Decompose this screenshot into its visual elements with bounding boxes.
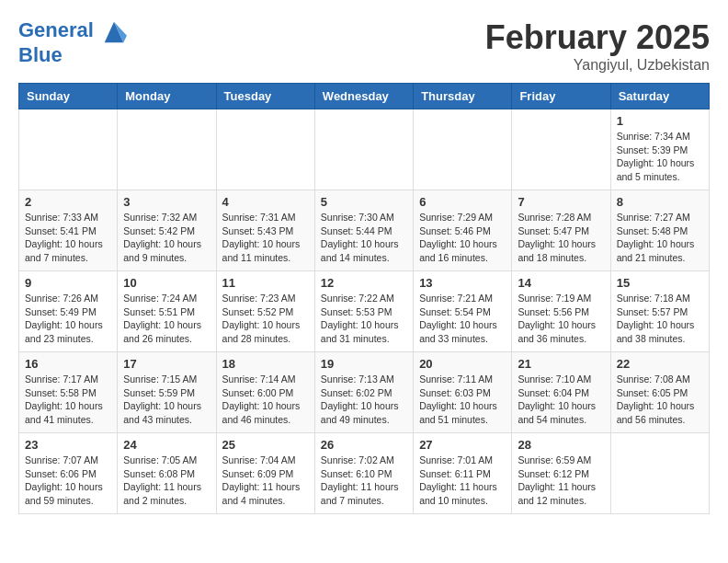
day-number: 14 [518, 276, 604, 290]
weekday-header-saturday: Saturday [610, 84, 709, 109]
weekday-header-monday: Monday [118, 84, 216, 109]
weekday-header-thursday: Thursday [414, 84, 512, 109]
day-info: Sunrise: 7:23 AM Sunset: 5:52 PM Dayligh… [222, 292, 309, 346]
day-info: Sunrise: 7:04 AM Sunset: 6:09 PM Dayligh… [222, 454, 309, 508]
calendar-cell: 15Sunrise: 7:18 AM Sunset: 5:57 PM Dayli… [610, 271, 709, 352]
day-info: Sunrise: 7:08 AM Sunset: 6:05 PM Dayligh… [617, 373, 703, 427]
day-info: Sunrise: 7:22 AM Sunset: 5:53 PM Dayligh… [321, 292, 407, 346]
calendar-cell: 22Sunrise: 7:08 AM Sunset: 6:05 PM Dayli… [610, 352, 709, 433]
weekday-header-wednesday: Wednesday [314, 84, 413, 109]
day-number: 5 [321, 195, 407, 209]
day-info: Sunrise: 7:10 AM Sunset: 6:04 PM Dayligh… [518, 373, 604, 427]
calendar-cell: 9Sunrise: 7:26 AM Sunset: 5:49 PM Daylig… [19, 271, 118, 352]
calendar-cell: 5Sunrise: 7:30 AM Sunset: 5:44 PM Daylig… [314, 190, 413, 271]
calendar-cell: 20Sunrise: 7:11 AM Sunset: 6:03 PM Dayli… [414, 352, 512, 433]
title-block: February 2025 Yangiyul, Uzbekistan [485, 18, 710, 74]
day-number: 19 [321, 357, 407, 371]
calendar-cell [19, 109, 118, 190]
calendar-cell: 25Sunrise: 7:04 AM Sunset: 6:09 PM Dayli… [216, 433, 314, 514]
day-number: 26 [321, 438, 407, 452]
logo: General Blue [18, 18, 127, 66]
calendar-cell [118, 109, 216, 190]
day-info: Sunrise: 7:11 AM Sunset: 6:03 PM Dayligh… [419, 373, 506, 427]
calendar-cell: 27Sunrise: 7:01 AM Sunset: 6:11 PM Dayli… [414, 433, 512, 514]
calendar-cell: 28Sunrise: 6:59 AM Sunset: 6:12 PM Dayli… [512, 433, 610, 514]
page-header: General Blue February 2025 Yangiyul, Uzb… [18, 18, 710, 74]
calendar-cell: 23Sunrise: 7:07 AM Sunset: 6:06 PM Dayli… [19, 433, 118, 514]
day-number: 10 [123, 276, 210, 290]
day-number: 25 [222, 438, 309, 452]
calendar-cell [216, 109, 314, 190]
weekday-header-friday: Friday [512, 84, 610, 109]
calendar-cell: 24Sunrise: 7:05 AM Sunset: 6:08 PM Dayli… [118, 433, 216, 514]
weekday-header-sunday: Sunday [19, 84, 118, 109]
calendar-cell: 21Sunrise: 7:10 AM Sunset: 6:04 PM Dayli… [512, 352, 610, 433]
day-number: 23 [25, 438, 111, 452]
day-number: 11 [222, 276, 309, 290]
calendar-table: SundayMondayTuesdayWednesdayThursdayFrid… [18, 83, 710, 514]
day-info: Sunrise: 7:02 AM Sunset: 6:10 PM Dayligh… [321, 454, 407, 508]
day-number: 12 [321, 276, 407, 290]
day-number: 6 [419, 195, 506, 209]
calendar-cell: 6Sunrise: 7:29 AM Sunset: 5:46 PM Daylig… [414, 190, 512, 271]
day-number: 4 [222, 195, 309, 209]
day-number: 18 [222, 357, 309, 371]
day-info: Sunrise: 7:34 AM Sunset: 5:39 PM Dayligh… [617, 130, 703, 184]
calendar-cell: 2Sunrise: 7:33 AM Sunset: 5:41 PM Daylig… [19, 190, 118, 271]
day-number: 21 [518, 357, 604, 371]
calendar-cell [314, 109, 413, 190]
day-number: 15 [617, 276, 703, 290]
day-info: Sunrise: 7:17 AM Sunset: 5:58 PM Dayligh… [25, 373, 111, 427]
day-number: 7 [518, 195, 604, 209]
calendar-cell: 14Sunrise: 7:19 AM Sunset: 5:56 PM Dayli… [512, 271, 610, 352]
day-info: Sunrise: 7:15 AM Sunset: 5:59 PM Dayligh… [123, 373, 210, 427]
day-info: Sunrise: 7:32 AM Sunset: 5:42 PM Dayligh… [123, 211, 210, 265]
calendar-cell [414, 109, 512, 190]
day-info: Sunrise: 7:31 AM Sunset: 5:43 PM Dayligh… [222, 211, 309, 265]
day-info: Sunrise: 7:24 AM Sunset: 5:51 PM Dayligh… [123, 292, 210, 346]
day-info: Sunrise: 7:13 AM Sunset: 6:02 PM Dayligh… [321, 373, 407, 427]
day-number: 8 [617, 195, 703, 209]
calendar-cell: 19Sunrise: 7:13 AM Sunset: 6:02 PM Dayli… [314, 352, 413, 433]
day-info: Sunrise: 7:27 AM Sunset: 5:48 PM Dayligh… [617, 211, 703, 265]
day-info: Sunrise: 7:19 AM Sunset: 5:56 PM Dayligh… [518, 292, 604, 346]
day-number: 1 [617, 114, 703, 128]
calendar-cell: 7Sunrise: 7:28 AM Sunset: 5:47 PM Daylig… [512, 190, 610, 271]
day-info: Sunrise: 6:59 AM Sunset: 6:12 PM Dayligh… [518, 454, 604, 508]
day-info: Sunrise: 7:01 AM Sunset: 6:11 PM Dayligh… [419, 454, 506, 508]
day-number: 2 [25, 195, 111, 209]
logo-text-blue: Blue [18, 44, 127, 66]
day-number: 22 [617, 357, 703, 371]
weekday-header-tuesday: Tuesday [216, 84, 314, 109]
calendar-cell [512, 109, 610, 190]
day-info: Sunrise: 7:05 AM Sunset: 6:08 PM Dayligh… [123, 454, 210, 508]
day-number: 13 [419, 276, 506, 290]
day-info: Sunrise: 7:29 AM Sunset: 5:46 PM Dayligh… [419, 211, 506, 265]
day-number: 17 [123, 357, 210, 371]
calendar-cell: 8Sunrise: 7:27 AM Sunset: 5:48 PM Daylig… [610, 190, 709, 271]
month-title: February 2025 [485, 18, 710, 57]
day-number: 24 [123, 438, 210, 452]
calendar-cell: 13Sunrise: 7:21 AM Sunset: 5:54 PM Dayli… [414, 271, 512, 352]
calendar-cell: 17Sunrise: 7:15 AM Sunset: 5:59 PM Dayli… [118, 352, 216, 433]
day-number: 16 [25, 357, 111, 371]
calendar-cell: 26Sunrise: 7:02 AM Sunset: 6:10 PM Dayli… [314, 433, 413, 514]
day-number: 28 [518, 438, 604, 452]
day-info: Sunrise: 7:14 AM Sunset: 6:00 PM Dayligh… [222, 373, 309, 427]
day-number: 9 [25, 276, 111, 290]
calendar-cell: 16Sunrise: 7:17 AM Sunset: 5:58 PM Dayli… [19, 352, 118, 433]
calendar-cell: 3Sunrise: 7:32 AM Sunset: 5:42 PM Daylig… [118, 190, 216, 271]
day-number: 27 [419, 438, 506, 452]
day-info: Sunrise: 7:28 AM Sunset: 5:47 PM Dayligh… [518, 211, 604, 265]
calendar-cell: 12Sunrise: 7:22 AM Sunset: 5:53 PM Dayli… [314, 271, 413, 352]
location-text: Yangiyul, Uzbekistan [485, 57, 710, 74]
calendar-cell: 11Sunrise: 7:23 AM Sunset: 5:52 PM Dayli… [216, 271, 314, 352]
calendar-cell: 1Sunrise: 7:34 AM Sunset: 5:39 PM Daylig… [610, 109, 709, 190]
day-info: Sunrise: 7:18 AM Sunset: 5:57 PM Dayligh… [617, 292, 703, 346]
day-number: 3 [123, 195, 210, 209]
calendar-cell: 10Sunrise: 7:24 AM Sunset: 5:51 PM Dayli… [118, 271, 216, 352]
calendar-cell [610, 433, 709, 514]
day-info: Sunrise: 7:07 AM Sunset: 6:06 PM Dayligh… [25, 454, 111, 508]
day-info: Sunrise: 7:33 AM Sunset: 5:41 PM Dayligh… [25, 211, 111, 265]
day-number: 20 [419, 357, 506, 371]
